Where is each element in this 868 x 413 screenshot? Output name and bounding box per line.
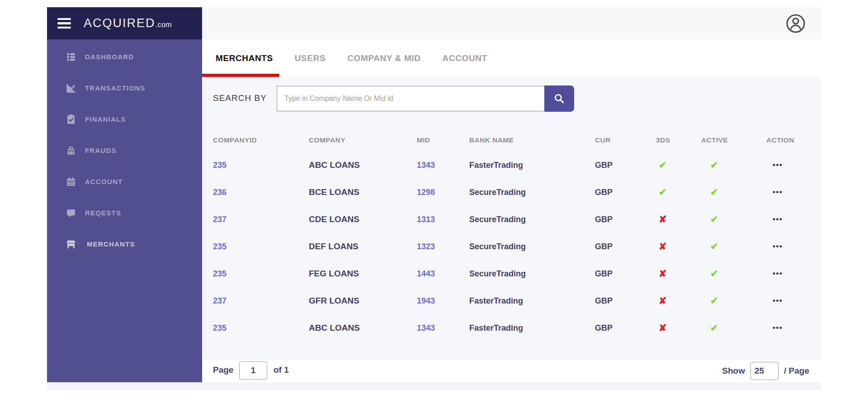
more-actions-icon[interactable] <box>773 296 783 305</box>
company-name: CDE LOANS <box>309 214 417 224</box>
active-status-icon <box>710 268 718 279</box>
column-header-company: COMPANY <box>309 136 417 144</box>
currency: GBP <box>595 242 656 252</box>
dashboard-icon <box>65 51 77 63</box>
per-page-control: Show / Page <box>722 360 809 382</box>
column-header-active: ACTIVE <box>701 136 766 144</box>
mid-link[interactable]: 1323 <box>417 242 469 252</box>
main-panel: MERCHANTS USERS COMPANY & MID ACCOUNT SE… <box>202 7 821 382</box>
storefront-icon <box>65 238 77 250</box>
more-actions-icon[interactable] <box>773 161 783 169</box>
bank-name: SecureTrading <box>469 269 595 279</box>
mid-link[interactable]: 1298 <box>417 188 469 197</box>
currency: GBP <box>595 161 656 170</box>
tab-label: COMPANY & MID <box>347 53 420 63</box>
sidebar-item-transactions[interactable]: TRANSACTIONS <box>47 72 202 104</box>
tab-label: MERCHANTS <box>216 53 273 63</box>
3ds-status-icon <box>659 268 667 279</box>
search-input[interactable] <box>277 86 545 111</box>
column-header-bank-name: BANK NAME <box>469 136 595 144</box>
hamburger-menu-icon[interactable] <box>57 18 72 29</box>
sidebar-item-finanials[interactable]: FINANIALS <box>47 104 202 135</box>
table-row: 235 ABC LOANS 1343 FasterTrading GBP <box>202 314 821 342</box>
table-row: 237 CDE LOANS 1313 SecureTrading GBP <box>202 206 821 233</box>
sidebar-item-account[interactable]: ACCOUNT <box>47 166 202 197</box>
company-id-link[interactable]: 235 <box>213 242 309 252</box>
sidebar-item-label: ACCOUNT <box>85 178 123 185</box>
more-actions-icon[interactable] <box>773 215 783 223</box>
app-container: ACQUIRED.com DASHBOARD TRANSACTIONS FINA… <box>47 7 821 390</box>
brand-name: ACQUIRED <box>84 16 156 30</box>
more-actions-icon[interactable] <box>773 269 783 278</box>
more-actions-icon[interactable] <box>773 242 783 251</box>
tab-company-mid[interactable]: COMPANY & MID <box>347 39 420 77</box>
currency: GBP <box>595 323 656 333</box>
search-icon <box>553 93 565 104</box>
tab-account[interactable]: ACCOUNT <box>443 39 487 77</box>
more-actions-icon[interactable] <box>773 188 783 196</box>
top-bar <box>202 7 821 39</box>
3ds-status-icon <box>659 241 667 252</box>
sidebar-item-dashboard[interactable]: DASHBOARD <box>47 41 202 72</box>
company-name: ABC LOANS <box>309 160 417 170</box>
transactions-chart-icon <box>65 82 77 94</box>
per-page-input[interactable] <box>750 362 778 380</box>
column-header-mid: MID <box>417 136 469 144</box>
sidebar-item-label: REQESTS <box>85 209 121 217</box>
company-name: ABC LOANS <box>309 323 417 333</box>
company-name: DEF LOANS <box>309 242 417 252</box>
mid-link[interactable]: 1443 <box>417 269 469 279</box>
briefcase-icon <box>65 145 77 157</box>
company-id-link[interactable]: 235 <box>213 269 309 279</box>
company-name: GFR LOANS <box>309 296 417 306</box>
3ds-status-icon <box>659 214 667 224</box>
column-header-companyid: COMPANYID <box>213 136 309 144</box>
3ds-status-icon <box>659 295 667 306</box>
active-status-icon <box>710 295 718 306</box>
currency: GBP <box>595 269 656 279</box>
mid-link[interactable]: 1313 <box>417 215 469 224</box>
sidebar-item-reqests[interactable]: REQESTS <box>47 197 202 228</box>
active-status-icon <box>710 323 718 333</box>
bank-name: SecureTrading <box>469 242 595 252</box>
more-actions-icon[interactable] <box>773 323 783 332</box>
company-id-link[interactable]: 237 <box>213 296 309 306</box>
table-row: 235 ABC LOANS 1343 FasterTrading GBP <box>202 152 821 179</box>
tab-bar: MERCHANTS USERS COMPANY & MID ACCOUNT <box>202 39 821 77</box>
search-button[interactable] <box>544 85 574 112</box>
bank-name: FasterTrading <box>469 296 595 306</box>
3ds-status-icon <box>659 160 667 170</box>
sidebar-item-frauds[interactable]: FRAUDS <box>47 135 202 166</box>
bank-name: SecureTrading <box>469 215 595 224</box>
table-header-row: COMPANYID COMPANY MID BANK NAME CUR 3DS … <box>202 129 821 152</box>
active-status-icon <box>710 160 718 170</box>
mid-link[interactable]: 1343 <box>417 323 469 333</box>
calendar-icon <box>65 176 77 188</box>
page-label: Page <box>213 365 233 375</box>
table-row: 237 GFR LOANS 1943 FasterTrading GBP <box>202 287 821 314</box>
chat-bubble-icon <box>65 207 77 219</box>
bank-name: FasterTrading <box>469 323 595 333</box>
sidebar-item-label: DASHBOARD <box>85 53 134 61</box>
user-avatar-icon[interactable] <box>786 14 806 33</box>
company-id-link[interactable]: 237 <box>213 215 309 224</box>
column-header-cur: CUR <box>595 136 656 144</box>
pagination-bar: Page of 1 Show / Page <box>202 360 821 382</box>
tab-merchants[interactable]: MERCHANTS <box>216 39 273 77</box>
mid-link[interactable]: 1943 <box>417 296 469 306</box>
sidebar-item-label: MERCHANTS <box>87 240 135 248</box>
sidebar-item-merchants[interactable]: MERCHANTS <box>47 228 202 260</box>
mid-link[interactable]: 1343 <box>417 161 469 170</box>
page-number-input[interactable] <box>239 361 267 380</box>
column-header-3ds: 3DS <box>656 136 701 144</box>
company-id-link[interactable]: 235 <box>213 323 309 333</box>
active-status-icon <box>710 214 718 224</box>
sidebar-logo-bar: ACQUIRED.com <box>47 7 202 39</box>
table-body: 235 ABC LOANS 1343 FasterTrading GBP 236… <box>202 152 821 342</box>
tab-users[interactable]: USERS <box>295 39 326 77</box>
per-page-label: / Page <box>784 366 809 376</box>
company-id-link[interactable]: 236 <box>213 188 309 197</box>
active-status-icon <box>710 241 718 252</box>
company-id-link[interactable]: 235 <box>213 161 309 170</box>
tab-label: USERS <box>295 53 326 63</box>
